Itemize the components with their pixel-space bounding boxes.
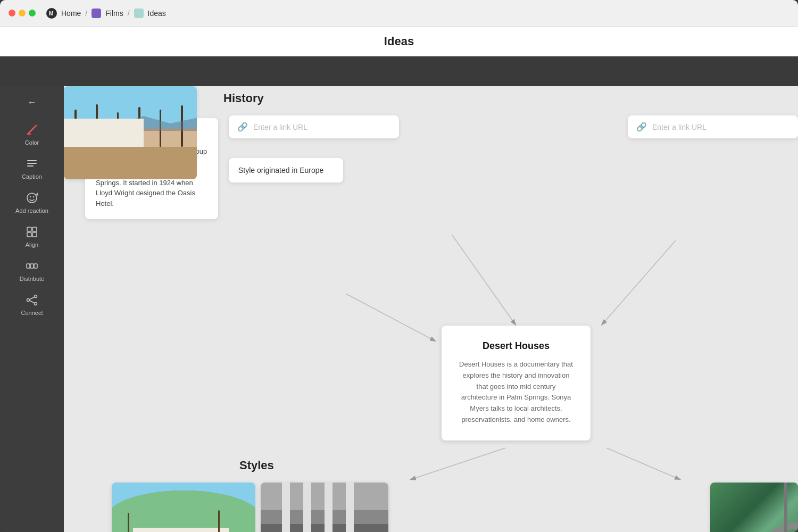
svg-point-19: [35, 295, 37, 298]
sidebar-item-align[interactable]: Align: [8, 220, 56, 252]
canvas-scroll: History 1924 - 2021 During the mid-centu…: [64, 86, 798, 532]
style-originated-card[interactable]: Style originated in Europe: [229, 158, 343, 182]
link-card-2[interactable]: 🔗 Enter a link URL: [628, 115, 798, 138]
color-icon: [24, 122, 39, 137]
ideas-icon: [134, 9, 144, 18]
svg-line-28: [410, 448, 505, 480]
breadcrumb-films-label[interactable]: Films: [105, 9, 123, 18]
styles-image-1[interactable]: [112, 483, 255, 532]
styles-section-title: Styles: [239, 459, 274, 472]
films-icon: [92, 9, 101, 18]
desert-houses-description: Desert Houses is a documentary that expl…: [458, 359, 575, 426]
content-area: ← Color Caption A: [0, 56, 798, 532]
caption-label: Caption: [22, 173, 42, 180]
sidebar-item-caption[interactable]: Caption: [8, 152, 56, 184]
sidebar-item-color[interactable]: Color: [8, 118, 56, 150]
breadcrumb: M Home / Films / Ideas: [46, 8, 166, 19]
svg-rect-3: [27, 160, 37, 161]
style-originated-text: Style originated in Europe: [238, 166, 323, 174]
svg-point-18: [27, 299, 30, 302]
desert-houses-title: Desert Houses: [458, 340, 575, 352]
minimize-button[interactable]: [19, 10, 26, 16]
traffic-lights: [9, 10, 36, 16]
distribute-label: Distribute: [20, 276, 44, 282]
sidebar-item-add-reaction[interactable]: Add reaction: [8, 186, 56, 218]
color-label: Color: [25, 139, 39, 146]
main-canvas[interactable]: History 1924 - 2021 During the mid-centu…: [64, 86, 798, 532]
svg-rect-5: [27, 165, 34, 167]
home-icon: M: [46, 8, 57, 19]
svg-point-7: [30, 196, 31, 197]
add-reaction-label: Add reaction: [15, 207, 48, 214]
svg-rect-15: [27, 264, 30, 268]
styles-image-2[interactable]: Residential: [261, 483, 388, 532]
breadcrumb-ideas-label[interactable]: Ideas: [148, 9, 166, 18]
svg-rect-17: [34, 264, 37, 268]
svg-text:M: M: [49, 11, 53, 16]
svg-rect-11: [27, 227, 31, 231]
link-icon-2: 🔗: [636, 122, 647, 132]
back-button[interactable]: ←: [22, 93, 41, 112]
app-window: M Home / Films / Ideas Ideas ←: [0, 0, 798, 532]
svg-line-1: [28, 126, 36, 134]
history-section-title: History: [223, 92, 264, 105]
link-card-1[interactable]: 🔗 Enter a link URL: [229, 115, 399, 138]
breadcrumb-home-label[interactable]: Home: [61, 9, 81, 18]
caption-icon: [24, 156, 39, 171]
sidebar: ← Color Caption A: [0, 86, 64, 532]
svg-point-8: [33, 196, 34, 197]
styles-image-3[interactable]: [710, 483, 798, 532]
link-placeholder-1: Enter a link URL: [253, 123, 307, 131]
svg-line-29: [606, 448, 681, 480]
distribute-icon: [24, 259, 39, 273]
svg-point-20: [35, 303, 37, 305]
svg-line-22: [30, 301, 35, 303]
align-label: Align: [26, 242, 38, 248]
svg-rect-16: [30, 264, 34, 268]
svg-line-27: [601, 240, 676, 326]
desert-houses-card[interactable]: Desert Houses Desert Houses is a documen…: [442, 326, 591, 440]
align-icon: [24, 225, 39, 239]
link-placeholder-2: Enter a link URL: [652, 123, 706, 131]
svg-line-21: [30, 297, 35, 300]
svg-rect-14: [32, 232, 37, 237]
header-bar: Ideas: [0, 27, 798, 56]
svg-point-6: [27, 193, 37, 203]
sidebar-item-connect[interactable]: Connect: [8, 288, 56, 320]
connect-label: Connect: [21, 310, 43, 316]
breadcrumb-sep-1: /: [85, 9, 87, 18]
connect-icon: [24, 293, 39, 307]
page-title: Ideas: [384, 35, 414, 48]
breadcrumb-sep-2: /: [128, 9, 130, 18]
svg-line-26: [452, 235, 516, 326]
titlebar: M Home / Films / Ideas: [0, 0, 798, 27]
svg-rect-12: [32, 227, 37, 231]
link-icon-1: 🔗: [237, 122, 248, 132]
close-button[interactable]: [9, 10, 15, 16]
svg-rect-13: [27, 232, 31, 237]
sidebar-item-distribute[interactable]: Distribute: [8, 254, 56, 286]
svg-rect-4: [27, 163, 37, 164]
svg-line-25: [346, 294, 436, 342]
maximize-button[interactable]: [29, 10, 36, 16]
add-reaction-icon: [24, 190, 39, 205]
history-image-card: [64, 86, 197, 179]
